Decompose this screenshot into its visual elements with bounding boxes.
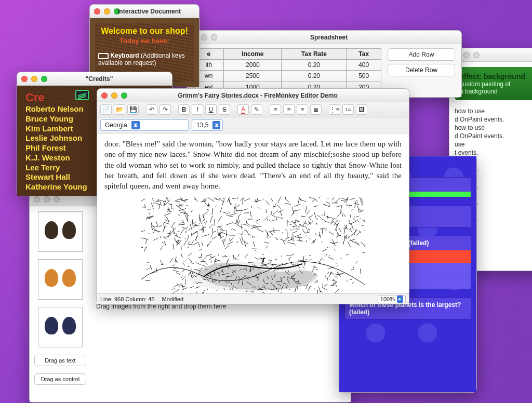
info-line: use xyxy=(455,141,532,148)
story-illustration xyxy=(141,196,365,293)
window-title: Spreadsheet xyxy=(201,34,457,41)
number-list-button[interactable]: 1≡ xyxy=(342,104,354,115)
keyboard-icon xyxy=(98,53,109,59)
close-icon[interactable] xyxy=(21,76,28,82)
titlebar[interactable]: Interactive Document xyxy=(90,5,199,18)
modified-indicator: Modified xyxy=(162,296,184,302)
info-line: d OnPaint events. xyxy=(455,132,532,140)
drag-as-text-button[interactable]: Drag as text xyxy=(34,355,86,366)
align-center-button[interactable]: ≡ xyxy=(283,104,295,115)
table-row[interactable]: ith20000.20400 xyxy=(194,60,381,71)
titlebar[interactable]: "Credits" xyxy=(17,72,172,86)
titlebar[interactable]: Spreadsheet xyxy=(187,31,461,44)
item-label[interactable]: Keyboard xyxy=(110,52,139,59)
font-family-select[interactable]: Georgia xyxy=(100,119,189,131)
paragraph-text: door. "Bless me!" said the woman, "how b… xyxy=(104,140,402,190)
info-line: how to use xyxy=(455,124,532,131)
add-row-button[interactable]: Add Row xyxy=(388,48,455,61)
column-header[interactable]: Tax xyxy=(347,49,381,60)
butterfly-thumb[interactable] xyxy=(38,259,83,300)
strike-button[interactable]: S xyxy=(219,104,230,115)
close-icon[interactable] xyxy=(101,92,108,99)
align-left-button[interactable]: ≡ xyxy=(270,104,281,115)
info-line: how to use xyxy=(455,108,532,115)
butterfly-thumb[interactable] xyxy=(38,211,83,252)
redo-button[interactable]: ↷ xyxy=(159,104,171,115)
info-line: d OnPaint events. xyxy=(455,116,532,123)
chevron-updown-icon xyxy=(131,121,140,129)
info-line: t events. xyxy=(455,149,532,156)
close-icon[interactable] xyxy=(94,8,100,15)
chart-icon xyxy=(75,90,89,100)
image-button[interactable]: 🖼 xyxy=(356,104,367,115)
table-row[interactable]: wn25000.20500 xyxy=(194,71,381,82)
spreadsheet-window: Spreadsheet eIncomeTax RateTax ith20000.… xyxy=(187,30,462,98)
new-file-button[interactable]: 📄 xyxy=(100,104,112,115)
status-bar: Line: 968 Column: 45 Modified 100% xyxy=(97,293,409,304)
italic-button[interactable]: I xyxy=(192,104,203,115)
align-right-button[interactable]: ≡ xyxy=(297,104,308,115)
editor-window: Grimm's Fairy Stories.docx - FireMonkey … xyxy=(97,88,409,304)
window-title: "Credits" xyxy=(31,75,168,83)
toolbar: 📄 📂 💾 ↶ ↷ B I U S A ✎ ≡ ≡ ≡ ≣ ⋮≡ 1≡ 🖼 xyxy=(97,102,409,117)
editor-textarea[interactable]: door. "Bless me!" said the woman, "how b… xyxy=(97,133,409,293)
titlebar[interactable]: Grimm's Fairy Stories.docx - FireMonkey … xyxy=(97,89,409,102)
underline-button[interactable]: U xyxy=(205,104,217,115)
align-justify-button[interactable]: ≣ xyxy=(310,104,322,115)
window-title: Grimm's Fairy Stories.docx - FireMonkey … xyxy=(111,92,405,99)
window-title: Interactive Document xyxy=(103,8,195,15)
font-color-button[interactable]: A xyxy=(237,104,249,115)
chevron-updown-icon xyxy=(397,295,403,303)
column-header[interactable]: Tax Rate xyxy=(282,49,347,60)
open-button[interactable]: 📂 xyxy=(114,104,125,115)
shop-heading: Welcome to our shop! xyxy=(98,26,191,36)
highlight-button[interactable]: ✎ xyxy=(251,104,262,115)
zoom-select[interactable]: 100% xyxy=(378,295,406,303)
undo-button[interactable]: ↶ xyxy=(146,104,157,115)
bold-button[interactable]: B xyxy=(178,104,190,115)
drag-as-control-button[interactable]: Drag as control xyxy=(34,373,86,385)
font-size-select[interactable]: 13,5 xyxy=(192,119,223,131)
save-button[interactable]: 💾 xyxy=(127,104,139,115)
spreadsheet-table[interactable]: eIncomeTax RateTax ith20000.20400wn25000… xyxy=(193,48,381,93)
bullet-list-button[interactable]: ⋮≡ xyxy=(329,104,340,115)
chevron-updown-icon xyxy=(212,121,220,129)
effect-box: effect: background custom painting of n … xyxy=(455,67,532,100)
shop-subheading: Today we have: xyxy=(98,37,191,45)
delete-row-button[interactable]: Delete Row xyxy=(388,64,455,76)
butterfly-thumb[interactable] xyxy=(38,307,83,347)
column-header[interactable]: Income xyxy=(224,49,282,60)
cursor-position: Line: 968 Column: 45 xyxy=(100,296,155,302)
